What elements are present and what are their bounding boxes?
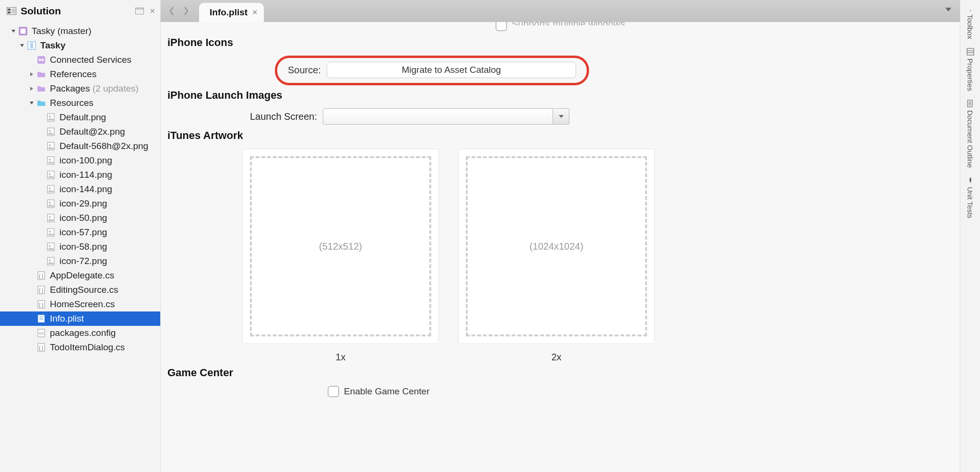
- tab-bar: Info.plist ✕: [161, 0, 960, 22]
- tree-resource-file[interactable]: Default.png: [0, 110, 160, 125]
- image-file-icon: [46, 184, 56, 194]
- tree-resource-file[interactable]: icon-29.png: [0, 196, 160, 211]
- file-label: icon-58.png: [59, 242, 107, 252]
- solution-explorer-icon: [7, 7, 16, 15]
- tree-resource-file[interactable]: icon-114.png: [0, 168, 160, 182]
- spacer: [38, 143, 44, 149]
- tree-resources[interactable]: Resources: [0, 96, 160, 110]
- chevron-down-icon[interactable]: [19, 43, 25, 48]
- iphone-launch-images-heading: iPhone Launch Images: [167, 89, 956, 102]
- enable-game-center-row: Enable Game Center: [328, 386, 956, 397]
- rail-document-outline[interactable]: Document Outline: [966, 100, 974, 168]
- tree-resource-file[interactable]: icon-100.png: [0, 153, 160, 168]
- artwork-placeholder: (1024x1024): [466, 156, 647, 336]
- nav-forward-button[interactable]: [179, 4, 193, 18]
- image-file-icon: [46, 113, 56, 122]
- source-label: Source:: [288, 65, 321, 76]
- tree-resource-file[interactable]: icon-58.png: [0, 240, 160, 254]
- tree-file[interactable]: { }EditingSource.cs: [0, 283, 160, 297]
- file-label: icon-57.png: [59, 227, 107, 238]
- tree-packages[interactable]: Packages (2 updates): [0, 81, 160, 96]
- file-label: icon-72.png: [59, 256, 107, 266]
- svg-point-20: [49, 115, 51, 117]
- spacer: [38, 115, 44, 120]
- tree-resource-file[interactable]: icon-57.png: [0, 225, 160, 240]
- tree-resource-file[interactable]: icon-72.png: [0, 254, 160, 268]
- toolbox-icon: T: [967, 4, 974, 12]
- chevron-down-icon[interactable]: [553, 108, 569, 125]
- image-file-icon: [46, 256, 56, 266]
- svg-text:{ }: { }: [39, 345, 44, 351]
- chevron-right-icon[interactable]: [29, 71, 35, 77]
- nav-back-button[interactable]: [165, 4, 179, 18]
- tab-title: Info.plist: [210, 7, 248, 18]
- button-label: Migrate to Asset Catalog: [401, 65, 501, 75]
- editor-area: Info.plist ✕ Supports multiple windows i…: [161, 0, 960, 472]
- rail-unit-tests[interactable]: Unit Tests: [966, 176, 974, 219]
- image-file-icon: [46, 199, 56, 208]
- spacer: [38, 172, 44, 178]
- image-file-icon: [46, 127, 56, 137]
- migrate-to-asset-catalog-button[interactable]: Migrate to Asset Catalog: [327, 62, 576, 78]
- svg-rect-2: [8, 12, 11, 13]
- image-file-icon: [46, 242, 56, 252]
- svg-text:T: T: [967, 10, 972, 12]
- image-file-icon: [46, 213, 56, 223]
- file-label: icon-144.png: [59, 184, 112, 195]
- tree-root[interactable]: Tasky (master): [0, 24, 160, 38]
- launch-screen-input[interactable]: [323, 108, 553, 125]
- editor-tab[interactable]: Info.plist ✕: [199, 3, 264, 22]
- panel-mode-icon[interactable]: [135, 8, 144, 14]
- file-label: icon-29.png: [59, 198, 107, 209]
- svg-point-38: [49, 245, 51, 247]
- image-file-icon: [46, 141, 56, 151]
- supports-multiple-windows-checkbox[interactable]: [496, 22, 507, 31]
- tree-connected-services[interactable]: Connected Services: [0, 53, 160, 67]
- spacer: [38, 215, 44, 221]
- tree-resource-file[interactable]: Default@2x.png: [0, 125, 160, 139]
- image-file-icon: [46, 228, 56, 237]
- csharp-file-icon: { }: [36, 343, 46, 352]
- connected-services-icon: [36, 55, 46, 65]
- svg-marker-65: [969, 177, 971, 184]
- tree-resource-file[interactable]: icon-50.png: [0, 211, 160, 225]
- tree-file[interactable]: Info.plist: [0, 311, 160, 326]
- itunes-artwork-2x-dropzone[interactable]: (1024x1024): [458, 149, 655, 344]
- tab-overflow-button[interactable]: [945, 7, 952, 12]
- svg-point-30: [49, 187, 51, 189]
- svg-rect-8: [21, 29, 25, 34]
- tree-references[interactable]: References: [0, 67, 160, 81]
- file-label: icon-114.png: [59, 170, 112, 180]
- sidebar-header: Solution ✕: [0, 0, 160, 22]
- packages-folder-icon: [36, 84, 46, 93]
- itunes-artwork-heading: iTunes Artwork: [167, 129, 956, 142]
- tree-resource-file[interactable]: icon-144.png: [0, 182, 160, 196]
- spacer: [29, 330, 35, 336]
- spacer: [29, 345, 35, 350]
- launch-screen-combo[interactable]: [323, 108, 569, 125]
- chevron-down-icon[interactable]: [29, 100, 35, 106]
- chevron-right-icon[interactable]: [29, 86, 35, 92]
- tree-item-label: Connected Services: [50, 55, 131, 65]
- checkbox-label: Enable Game Center: [344, 386, 430, 397]
- itunes-artwork-1x-dropzone[interactable]: (512x512): [242, 149, 439, 344]
- rail-properties[interactable]: Properties: [966, 48, 974, 91]
- close-icon[interactable]: ✕: [150, 7, 155, 15]
- svg-marker-6: [12, 30, 15, 33]
- tree-resource-file[interactable]: Default-568h@2x.png: [0, 139, 160, 153]
- rail-toolbox[interactable]: T Toolbox: [966, 4, 974, 39]
- close-icon[interactable]: ✕: [252, 8, 258, 17]
- svg-rect-47: [38, 315, 45, 322]
- enable-game-center-checkbox[interactable]: [328, 386, 339, 397]
- tree-file[interactable]: <>packages.config: [0, 326, 160, 340]
- svg-text:{ }: { }: [39, 274, 44, 279]
- spacer: [38, 201, 44, 207]
- tree-file[interactable]: { }HomeScreen.cs: [0, 297, 160, 311]
- tree-file[interactable]: { }AppDelegate.cs: [0, 268, 160, 283]
- tree-file[interactable]: { }TodoItemDialog.cs: [0, 340, 160, 355]
- tree-project[interactable]: Tasky: [0, 38, 160, 53]
- file-label: Default-568h@2x.png: [59, 141, 148, 151]
- chevron-down-icon[interactable]: [11, 28, 16, 34]
- svg-point-34: [49, 216, 51, 218]
- iphone-icons-heading: iPhone Icons: [167, 36, 956, 49]
